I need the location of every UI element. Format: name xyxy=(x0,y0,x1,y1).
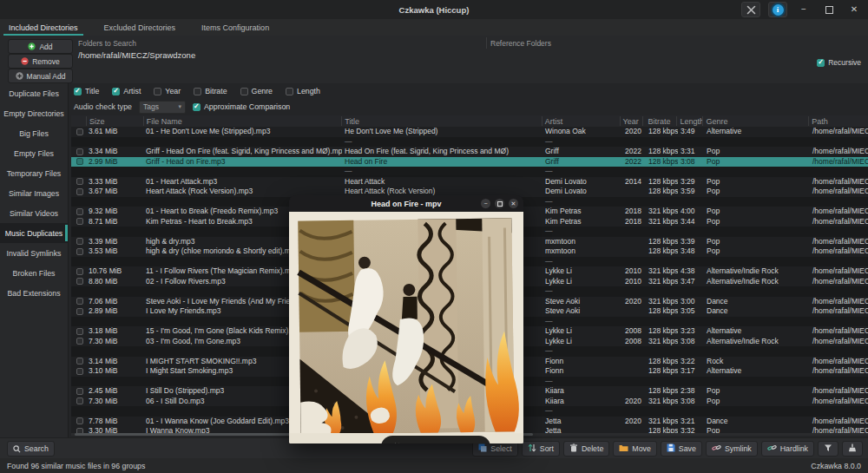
criteria-checkbox-year[interactable]: Year xyxy=(154,87,181,95)
move-button[interactable]: Move xyxy=(613,441,657,457)
search-button[interactable]: Search xyxy=(7,441,55,457)
cell-file: 01 - He Don't Love Me (Stripped).mp3 xyxy=(143,127,342,137)
row-checkbox[interactable] xyxy=(76,298,83,305)
sidebar-item-broken-files[interactable]: Broken Files xyxy=(0,263,68,283)
about-info-button[interactable]: i xyxy=(768,2,787,17)
row-checkbox[interactable] xyxy=(76,358,83,365)
save-button[interactable]: Save xyxy=(661,441,702,457)
tab-items-configuration[interactable]: Items Configuration xyxy=(200,20,271,36)
group-separator-row[interactable]: —— xyxy=(71,167,868,177)
row-checkbox[interactable] xyxy=(76,248,83,255)
mpv-close-button[interactable]: ✕ xyxy=(509,199,518,208)
column-header-length[interactable]: Length xyxy=(676,116,702,126)
select-icon xyxy=(478,443,487,454)
sidebar-item-bad-extensions[interactable]: Bad Extensions xyxy=(0,283,68,303)
row-checkbox[interactable] xyxy=(76,188,83,195)
row-checkbox[interactable] xyxy=(76,417,83,424)
group-separator-row[interactable]: —— xyxy=(71,137,868,148)
sidebar-item-similar-images[interactable]: Similar Images xyxy=(0,183,68,203)
row-checkbox[interactable] xyxy=(76,368,83,375)
table-row[interactable]: 3.33 MiB01 - Heart Attack.mp3Heart Attac… xyxy=(71,177,868,187)
sidebar-item-duplicate-files[interactable]: Duplicate Files xyxy=(0,83,68,103)
sidebar-item-invalid-symlinks[interactable]: Invalid Symlinks xyxy=(0,243,68,263)
chevron-down-icon: ▾ xyxy=(178,103,181,110)
close-button[interactable]: ✕ xyxy=(845,3,863,16)
hardlink-button[interactable]: Hardlink xyxy=(761,441,814,457)
row-checkbox[interactable] xyxy=(76,328,83,335)
sort-button[interactable]: Sort xyxy=(522,441,560,457)
row-checkbox[interactable] xyxy=(76,397,83,404)
delete-button[interactable]: Delete xyxy=(563,441,609,457)
mpv-window[interactable]: Head on Fire - mpv − ✕ xyxy=(289,195,523,443)
mpv-titlebar[interactable]: Head on Fire - mpv − ✕ xyxy=(289,195,523,212)
filter-button[interactable] xyxy=(818,441,838,457)
cell-year: 2008 xyxy=(621,337,643,347)
column-header-year[interactable]: Year xyxy=(620,116,642,126)
column-header-genre[interactable]: Genre xyxy=(702,116,808,126)
column-header-file-name[interactable]: File Name xyxy=(143,116,341,126)
minimize-button[interactable]: − xyxy=(795,3,812,16)
mpv-video-area[interactable] xyxy=(289,212,523,443)
row-checkbox[interactable] xyxy=(76,218,83,225)
volume-slider[interactable] xyxy=(406,443,483,443)
sidebar-item-label: Broken Files xyxy=(13,269,56,278)
row-checkbox[interactable] xyxy=(76,238,83,245)
sidebar-item-empty-files[interactable]: Empty Files xyxy=(0,143,68,163)
remove-directory-button[interactable]: Remove xyxy=(8,54,73,69)
criteria-checkbox-artist[interactable]: Artist xyxy=(112,87,141,95)
cell-year: 2010 xyxy=(621,266,643,277)
audio-check-type-dropdown[interactable]: Tags ▾ xyxy=(139,101,186,114)
clean-button[interactable] xyxy=(842,441,863,457)
sidebar-item-empty-directories[interactable]: Empty Directories xyxy=(0,103,68,123)
column-header-bitrate[interactable]: Bitrate xyxy=(642,116,677,126)
table-row[interactable]: 2.99 MiBGriff - Head on Fire.mp3Head on … xyxy=(71,157,868,168)
table-row[interactable]: 3.61 MiB01 - He Don't Love Me (Stripped)… xyxy=(71,127,868,137)
criteria-checkbox-genre[interactable]: Genre xyxy=(240,87,273,95)
cell-artist: — xyxy=(542,406,621,417)
row-checkbox[interactable] xyxy=(76,208,83,215)
mpv-minimize-button[interactable]: − xyxy=(481,199,490,208)
sidebar-item-music-duplicates[interactable]: Music Duplicates xyxy=(0,223,68,243)
symlink-button[interactable]: Symlink xyxy=(706,441,758,457)
column-header-path[interactable]: Path xyxy=(808,116,868,126)
sidebar-item-label: Music Duplicates xyxy=(5,229,63,238)
tab-included-directories[interactable]: Included Directories xyxy=(7,20,80,36)
row-checkbox[interactable] xyxy=(76,128,83,135)
approximate-comparison-checkbox[interactable]: Approximate Comparison xyxy=(193,102,290,111)
cell-artist: Steve Aoki xyxy=(542,297,621,307)
cell-artist: Kim Petras xyxy=(542,217,621,227)
column-header-artist[interactable]: Artist xyxy=(542,116,620,126)
column-header-size[interactable]: Size xyxy=(86,116,143,126)
row-checkbox[interactable] xyxy=(76,158,83,165)
row-checkbox[interactable] xyxy=(76,178,83,185)
sidebar-item-temporary-files[interactable]: Temporary Files xyxy=(0,163,68,183)
criteria-checkbox-bitrate[interactable]: Bitrate xyxy=(194,87,227,95)
criteria-checkbox-length[interactable]: Length xyxy=(286,87,320,95)
maximize-button[interactable] xyxy=(820,3,838,16)
cell-artist: Lykke Li xyxy=(542,337,621,347)
sidebar-item-big-files[interactable]: Big Files xyxy=(0,123,68,143)
settings-icon[interactable] xyxy=(741,2,760,17)
row-checkbox[interactable] xyxy=(76,308,83,315)
row-checkbox[interactable] xyxy=(76,388,83,395)
row-checkbox[interactable] xyxy=(76,278,83,285)
action-button-label: Delete xyxy=(582,444,603,453)
mpv-maximize-button[interactable] xyxy=(495,199,504,208)
cell-file: Griff - Head On Fire (feat. Sigrid, King… xyxy=(143,147,342,157)
column-header-title[interactable]: Title xyxy=(341,116,541,126)
row-checkbox[interactable] xyxy=(76,148,83,155)
sidebar-item-similar-videos[interactable]: Similar Videos xyxy=(0,203,68,223)
row-checkbox[interactable] xyxy=(76,338,83,345)
manual-add-directory-button[interactable]: Manual Add xyxy=(8,69,73,83)
tab-excluded-directories[interactable]: Excluded Directories xyxy=(102,20,178,36)
row-checkbox[interactable] xyxy=(76,268,83,275)
cell-size: 8.80 MiB xyxy=(86,277,143,287)
add-directory-button[interactable]: Add xyxy=(8,39,73,54)
cell-path: /home/rafal/MIECZ/ xyxy=(810,157,868,168)
recursive-checkbox[interactable]: Recursive xyxy=(817,58,861,67)
app-version: Czkawka 8.0.0 xyxy=(811,462,861,470)
result-action-buttons: SelectSortDeleteMoveSaveSymlinkHardlink xyxy=(472,441,863,457)
table-row[interactable]: 3.34 MiBGriff - Head On Fire (feat. Sigr… xyxy=(71,147,868,157)
included-directory-path[interactable]: /home/rafal/MIECZ/Sprawdzone xyxy=(78,50,195,60)
criteria-checkbox-title[interactable]: Title xyxy=(74,87,99,95)
